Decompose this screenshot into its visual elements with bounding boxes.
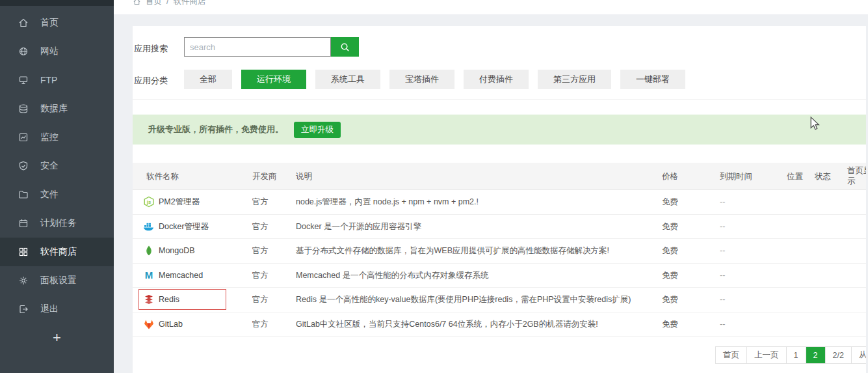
app-name[interactable]: PM2管理器 <box>159 197 200 208</box>
app-name[interactable]: GitLab <box>159 320 183 329</box>
svg-text:js: js <box>146 199 151 205</box>
mongodb-icon <box>143 245 155 256</box>
table-row[interactable]: M Memcached 官方 Memcached 是一个高性能的分布式内存对象缓… <box>133 264 866 288</box>
pagination: 首页 上一页 1 2 2/2 从16 <box>715 346 866 364</box>
app-price: 免费 <box>662 221 678 232</box>
pagination-page-1[interactable]: 1 <box>786 347 806 363</box>
sidebar-item-logout[interactable]: 退出 <box>0 295 114 324</box>
app-price: 免费 <box>662 269 678 281</box>
category-one-click-deploy-button[interactable]: 一键部署 <box>620 70 685 89</box>
pagination-page-2[interactable]: 2 <box>806 347 825 363</box>
app-name[interactable]: Docker管理器 <box>159 221 209 232</box>
app-vendor: 官方 <box>252 221 269 232</box>
gear-icon <box>18 275 29 286</box>
app-vendor: 官方 <box>252 269 269 281</box>
pagination-total-info: 从16 <box>851 347 866 363</box>
column-header-position: 位置 <box>787 171 803 182</box>
app-vendor: 官方 <box>252 245 269 256</box>
sidebar-add-button[interactable]: + <box>0 324 114 352</box>
upgrade-now-button[interactable]: 立即升级 <box>294 122 341 138</box>
sidebar-item-label: FTP <box>40 75 57 85</box>
column-header-vendor: 开发商 <box>252 171 277 182</box>
app-description: 基于分布式文件存储的数据库，旨在为WEB应用提供可扩展的高性能数据存储解决方案! <box>296 245 609 256</box>
folder-icon <box>18 189 29 200</box>
pagination-page-indicator: 2/2 <box>825 347 851 363</box>
memcached-icon: M <box>143 269 155 281</box>
app-vendor: 官方 <box>252 294 269 305</box>
sidebar-item-label: 面板设置 <box>40 275 77 286</box>
app-expire-time: -- <box>720 271 725 280</box>
table-row[interactable]: Redis 官方 Redis 是一个高性能的key-value数据库(要使用PH… <box>133 288 866 312</box>
logout-icon <box>18 304 29 314</box>
sidebar-item-panel-settings[interactable]: 面板设置 <box>0 266 114 295</box>
app-description: Redis 是一个高性能的key-value数据库(要使用PHP连接redis，… <box>296 294 631 305</box>
breadcrumb-home-link[interactable]: 首页 <box>146 0 162 7</box>
sidebar-item-monitor[interactable]: 监控 <box>0 123 114 152</box>
app-expire-time: -- <box>720 197 725 206</box>
home-icon <box>133 0 141 6</box>
table-row[interactable]: MongoDB 官方 基于分布式文件存储的数据库，旨在为WEB应用提供可扩展的高… <box>133 239 866 264</box>
section-divider <box>133 99 866 100</box>
sidebar-item-website[interactable]: 网站 <box>0 37 114 66</box>
page-background-band <box>114 14 868 26</box>
column-header-name: 软件名称 <box>146 171 179 182</box>
app-price: 免费 <box>662 245 678 256</box>
table-row[interactable]: js PM2管理器 官方 node.js管理器，内置 node.js + npm… <box>133 190 866 215</box>
app-vendor: 官方 <box>252 318 269 329</box>
sidebar-item-label: 首页 <box>40 17 59 29</box>
app-name[interactable]: Redis <box>159 295 179 304</box>
app-price: 免费 <box>662 197 678 208</box>
category-paid-plugins-button[interactable]: 付费插件 <box>464 70 529 89</box>
app-price: 免费 <box>662 294 678 305</box>
breadcrumb: 首页 / 软件商店 <box>133 0 205 8</box>
column-header-price: 价格 <box>662 171 678 182</box>
table-row[interactable]: GitLab 官方 GitLab中文社区版，当前只支持Centos6/7 64位… <box>133 312 866 337</box>
app-description: Docker 是一个开源的应用容器引擎 <box>296 221 421 232</box>
sidebar-item-label: 文件 <box>40 189 59 200</box>
column-header-status: 状态 <box>815 171 831 182</box>
search-icon <box>340 42 350 52</box>
monitor-icon <box>18 132 29 143</box>
upgrade-banner: 升级专业版，所有插件，免费使用。 立即升级 <box>133 115 866 145</box>
breadcrumb-bar: 首页 / 软件商店 <box>114 0 868 14</box>
app-description: Memcached 是一个高性能的分布式内存对象缓存系统 <box>296 269 489 281</box>
category-bt-plugins-button[interactable]: 宝塔插件 <box>389 70 454 89</box>
app-name[interactable]: Memcached <box>159 271 203 280</box>
sidebar-item-home[interactable]: 首页 <box>0 8 114 37</box>
app-name[interactable]: MongoDB <box>159 246 195 255</box>
sidebar-item-label: 安全 <box>40 160 59 172</box>
category-filter-group: 全部 运行环境 系统工具 宝塔插件 付费插件 第三方应用 一键部署 <box>184 70 685 89</box>
sidebar-item-label: 退出 <box>40 303 59 315</box>
search-label: 应用搜索 <box>134 43 168 55</box>
pagination-first-button[interactable]: 首页 <box>716 347 746 363</box>
sidebar-item-label: 计划任务 <box>40 217 77 229</box>
category-system-tools-button[interactable]: 系统工具 <box>315 70 380 89</box>
sidebar-item-ftp[interactable]: FTP <box>0 66 114 94</box>
svg-text:M: M <box>145 269 153 281</box>
sidebar-item-label: 软件商店 <box>40 246 77 258</box>
category-third-party-button[interactable]: 第三方应用 <box>538 70 611 89</box>
category-all-button[interactable]: 全部 <box>184 70 232 89</box>
app-expire-time: -- <box>720 222 725 231</box>
app-description: GitLab中文社区版，当前只支持Centos6/7 64位系统，内存小于2GB… <box>296 318 598 329</box>
search-input[interactable] <box>184 37 331 57</box>
sidebar-item-security[interactable]: 安全 <box>0 152 114 180</box>
category-label: 应用分类 <box>134 75 168 87</box>
plus-icon: + <box>53 329 61 346</box>
app-expire-time: -- <box>720 246 725 255</box>
column-header-description: 说明 <box>296 171 312 182</box>
redis-icon <box>143 294 155 305</box>
sidebar: 首页 网站 FTP 数据库 监控 安全 <box>0 0 114 373</box>
app-vendor: 官方 <box>252 197 269 208</box>
sidebar-item-cron[interactable]: 计划任务 <box>0 209 114 238</box>
table-row[interactable]: Docker管理器 官方 Docker 是一个开源的应用容器引擎 免费 -- <box>133 215 866 240</box>
search-button[interactable] <box>331 37 359 57</box>
pagination-prev-button[interactable]: 上一页 <box>746 347 786 363</box>
sidebar-item-database[interactable]: 数据库 <box>0 94 114 123</box>
sidebar-item-files[interactable]: 文件 <box>0 180 114 209</box>
sidebar-logo-strip <box>0 0 114 6</box>
category-runtime-button[interactable]: 运行环境 <box>241 70 306 89</box>
sidebar-item-software-store[interactable]: 软件商店 <box>0 238 114 266</box>
breadcrumb-current: 软件商店 <box>173 0 205 7</box>
database-icon <box>18 104 29 114</box>
